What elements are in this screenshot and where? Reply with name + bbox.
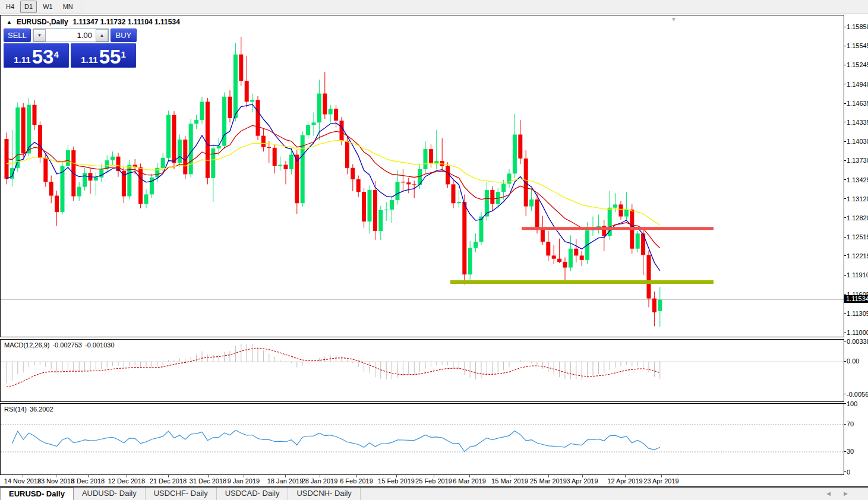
rsi-tick-label: 30 bbox=[847, 448, 854, 455]
date-tick-label: 21 Dec 2018 bbox=[150, 477, 187, 485]
timeframe-button-d1[interactable]: D1 bbox=[20, 1, 37, 13]
macd-tick-label: -0.005663 bbox=[847, 391, 868, 398]
price-tick-label: 1.12215 bbox=[847, 252, 868, 260]
timeframe-button-h4[interactable]: H4 bbox=[2, 1, 18, 13]
rsi-name: RSI(14) bbox=[4, 406, 27, 413]
current-price-tag: 1.11534 bbox=[844, 295, 868, 303]
price-tick-mark bbox=[844, 84, 846, 84]
buy-quote-box[interactable]: 1.11 55 1 bbox=[71, 43, 136, 68]
chart-tab-eurusd[interactable]: EURUSD- Daily bbox=[0, 488, 74, 500]
price-tick-label: 1.14030 bbox=[847, 138, 868, 145]
tab-scroll-right-icon[interactable]: ► bbox=[842, 490, 860, 497]
price-tick-mark bbox=[844, 46, 846, 46]
price-tick-mark bbox=[844, 217, 846, 218]
price-chart-panel[interactable]: ▲ EURUSD-,Daily 1.11347 1.11732 1.11104 … bbox=[0, 15, 844, 337]
price-tick-mark bbox=[844, 103, 846, 104]
buy-price-pip: 1 bbox=[121, 44, 125, 65]
date-tick-label: 23 Nov 2018 bbox=[37, 477, 74, 485]
one-click-trade-panel: SELL ▼ 1.00 ▲ BUY 1.11 53 4 1.11 55 1 bbox=[4, 29, 137, 68]
macd-tick-label: 0.003383 bbox=[847, 338, 868, 345]
rsi-tick-label: 70 bbox=[847, 420, 854, 428]
date-tick-label: 3 Apr 2019 bbox=[566, 477, 598, 485]
macd-tick-mark bbox=[844, 394, 846, 394]
expand-arrow-icon[interactable]: ▲ bbox=[7, 19, 12, 25]
rsi-tick-mark bbox=[844, 424, 846, 425]
chart-tab-usdcad[interactable]: USDCAD- Daily bbox=[217, 488, 289, 500]
chart-header: ▲ EURUSD-,Daily 1.11347 1.11732 1.11104 … bbox=[7, 18, 180, 26]
price-tick-mark bbox=[844, 333, 846, 333]
price-tick-label: 1.13425 bbox=[847, 176, 868, 183]
date-tick-label: 3 Dec 2018 bbox=[71, 477, 105, 485]
date-axis[interactable]: 14 Nov 201823 Nov 20183 Dec 201812 Dec 2… bbox=[0, 475, 844, 486]
date-tick-label: 31 Dec 2018 bbox=[190, 477, 226, 485]
date-tick-label: 23 Apr 2019 bbox=[643, 477, 678, 485]
buy-button[interactable]: BUY bbox=[111, 29, 137, 42]
chart-tab-usdchf[interactable]: USDCHF- Daily bbox=[146, 488, 217, 500]
buy-price-big: 55 bbox=[99, 48, 121, 66]
horizontal-line[interactable] bbox=[522, 227, 714, 230]
date-tick-label: 25 Feb 2019 bbox=[415, 477, 452, 485]
timeframe-button-w1[interactable]: W1 bbox=[39, 1, 57, 13]
sell-price-big: 53 bbox=[32, 48, 54, 66]
scroll-to-end-marker[interactable]: ▼ bbox=[671, 16, 677, 23]
rsi-tick-mark bbox=[844, 403, 846, 404]
volume-input[interactable]: 1.00 bbox=[46, 29, 96, 42]
price-tick-label: 1.11000 bbox=[847, 329, 868, 336]
rsi-tick-label: 100 bbox=[847, 400, 857, 407]
price-tick-label: 1.11305 bbox=[847, 310, 868, 317]
date-tick-label: 25 Mar 2019 bbox=[530, 477, 567, 485]
chart-ohlc-values: 1.11347 1.11732 1.11104 1.11534 bbox=[73, 18, 180, 26]
date-tick-label: 6 Feb 2019 bbox=[340, 477, 373, 485]
macd-tick-label: 0.00 bbox=[847, 357, 859, 365]
rsi-tick-label: 0 bbox=[847, 469, 850, 476]
price-tick-label: 1.13730 bbox=[847, 157, 868, 164]
macd-label: MACD(12,26,9) -0.002753 -0.001030 bbox=[4, 341, 115, 349]
sell-quote-box[interactable]: 1.11 53 4 bbox=[4, 43, 69, 68]
macd-tick-mark bbox=[844, 341, 846, 341]
macd-chart bbox=[1, 340, 844, 401]
price-tick-mark bbox=[844, 160, 846, 161]
buy-price-small: 1.11 bbox=[81, 54, 97, 66]
price-tick-mark bbox=[844, 313, 846, 314]
horizontal-line[interactable] bbox=[450, 280, 714, 284]
date-tick-label: 14 Nov 2018 bbox=[4, 477, 41, 485]
tab-scroll-arrows[interactable]: ◄► bbox=[825, 490, 860, 497]
chart-tab-usdcnh[interactable]: USDCNH- Daily bbox=[288, 488, 360, 500]
macd-indicator-panel[interactable]: MACD(12,26,9) -0.002753 -0.001030 bbox=[0, 339, 844, 402]
rsi-label: RSI(14) 36.2002 bbox=[4, 406, 53, 413]
date-tick-label: 15 Feb 2019 bbox=[378, 477, 415, 485]
sell-price-small: 1.11 bbox=[14, 54, 30, 66]
date-tick-label: 18 Jan 2019 bbox=[267, 477, 304, 485]
date-tick-label: 15 Mar 2019 bbox=[491, 477, 528, 485]
price-tick-label: 1.12820 bbox=[847, 214, 868, 221]
price-tick-mark bbox=[844, 198, 846, 199]
price-tick-mark bbox=[844, 179, 846, 180]
sell-button[interactable]: SELL bbox=[4, 29, 31, 42]
price-tick-mark bbox=[844, 255, 846, 256]
timeframe-button-mn[interactable]: MN bbox=[59, 1, 77, 13]
price-tick-label: 1.12515 bbox=[847, 233, 868, 240]
price-tick-mark bbox=[844, 122, 846, 122]
sell-price-pip: 4 bbox=[53, 44, 58, 65]
price-tick-label: 1.15545 bbox=[847, 42, 868, 49]
price-tick-label: 1.13120 bbox=[847, 195, 868, 202]
price-tick-label: 1.14335 bbox=[847, 119, 868, 126]
macd-name: MACD(12,26,9) bbox=[4, 341, 49, 349]
volume-stepper: ▼ 1.00 ▲ bbox=[33, 29, 109, 42]
toolbar-separator bbox=[81, 2, 81, 12]
volume-decrease-button[interactable]: ▼ bbox=[33, 29, 46, 42]
rsi-value: 36.2002 bbox=[30, 406, 53, 413]
price-tick-mark bbox=[844, 65, 846, 65]
chart-tab-audusd[interactable]: AUDUSD- Daily bbox=[74, 488, 146, 500]
price-tick-label: 1.14940 bbox=[847, 81, 868, 88]
price-tick-label: 1.15850 bbox=[847, 23, 868, 30]
date-tick-label: 6 Mar 2019 bbox=[453, 477, 486, 485]
volume-increase-button[interactable]: ▲ bbox=[96, 29, 108, 42]
price-tick-label: 1.15245 bbox=[847, 61, 868, 68]
price-tick-mark bbox=[844, 141, 846, 142]
rsi-indicator-panel[interactable]: RSI(14) 36.2002 bbox=[0, 403, 844, 475]
macd-signal-value: -0.001030 bbox=[85, 341, 115, 349]
macd-tick-mark bbox=[844, 361, 846, 362]
tab-scroll-left-icon[interactable]: ◄ bbox=[825, 490, 842, 497]
price-axis[interactable]: 1.158501.155451.152451.149401.146351.143… bbox=[844, 15, 868, 475]
